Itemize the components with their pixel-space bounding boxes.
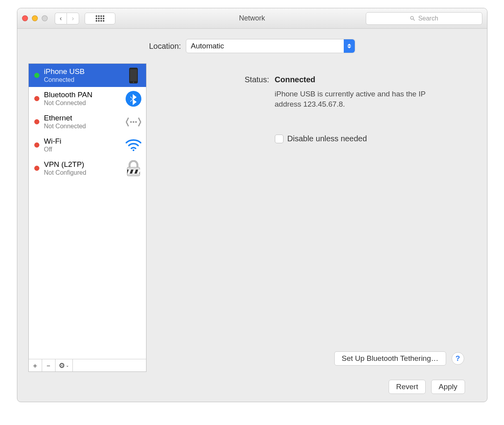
ethernet-icon (126, 114, 141, 130)
location-row: Location: Automatic (28, 39, 476, 53)
iphone-icon (126, 68, 141, 83)
svg-point-4 (130, 121, 132, 123)
titlebar: ‹ › Network Search (17, 8, 487, 29)
location-value: Automatic (191, 42, 224, 50)
service-name: iPhone USB (44, 67, 121, 76)
disable-label: Disable unless needed (287, 134, 367, 143)
updown-icon (344, 39, 355, 53)
chevron-left-icon: ‹ (60, 15, 62, 22)
service-status: Not Connected (44, 123, 121, 130)
service-vpn[interactable]: VPN (L2TP) Not Configured (29, 157, 146, 180)
location-label: Location: (149, 42, 181, 51)
service-detail-pane: Status: Connected iPhone USB is currentl… (155, 63, 476, 372)
minimize-window-button[interactable] (32, 15, 38, 21)
service-name: Bluetooth PAN (44, 91, 121, 99)
service-iphone-usb[interactable]: iPhone USB Connected (29, 64, 146, 87)
help-icon: ? (456, 354, 460, 363)
disable-unless-needed-row[interactable]: Disable unless needed (275, 134, 464, 143)
status-indicator-icon (34, 73, 39, 78)
gear-icon: ⚙︎ (59, 361, 65, 370)
revert-button[interactable]: Revert (389, 380, 426, 394)
chevron-down-icon: ⌄ (66, 363, 69, 368)
service-status: Not Connected (44, 100, 121, 107)
show-all-button[interactable] (85, 13, 115, 24)
wifi-icon (126, 137, 141, 153)
apply-button[interactable]: Apply (431, 380, 465, 394)
status-indicator-icon (34, 166, 39, 171)
plus-icon: ＋ (32, 361, 39, 370)
chevron-right-icon: › (72, 15, 74, 22)
fullscreen-window-button (42, 15, 48, 21)
service-name: VPN (L2TP) (44, 160, 121, 169)
service-status: Off (44, 146, 121, 153)
status-description: iPhone USB is currently active and has t… (275, 89, 440, 109)
sidebar-action-bar: ＋ － ⚙︎⌄ (29, 359, 146, 371)
services-sidebar: iPhone USB Connected Bluetooth PAN Not C… (28, 63, 146, 372)
service-actions-menu[interactable]: ⚙︎⌄ (56, 359, 73, 371)
footer-buttons: Revert Apply (28, 372, 476, 394)
network-preferences-window: ‹ › Network Search Location: Automatic (17, 8, 487, 402)
status-indicator-icon (34, 119, 39, 124)
lock-icon (126, 161, 141, 176)
add-service-button[interactable]: ＋ (29, 359, 42, 371)
remove-service-button[interactable]: － (42, 359, 56, 371)
service-ethernet[interactable]: Ethernet Not Connected (29, 110, 146, 133)
location-select[interactable]: Automatic (186, 39, 355, 53)
svg-point-7 (132, 149, 134, 151)
bluetooth-icon (126, 91, 141, 107)
svg-point-6 (135, 121, 137, 123)
service-bluetooth-pan[interactable]: Bluetooth PAN Not Connected (29, 87, 146, 110)
grid-icon (96, 15, 104, 22)
forward-button[interactable]: › (67, 13, 79, 24)
service-wifi[interactable]: Wi-Fi Off (29, 133, 146, 157)
status-value: Connected (275, 75, 315, 84)
status-indicator-icon (34, 96, 39, 101)
setup-tethering-button[interactable]: Set Up Bluetooth Tethering… (334, 351, 446, 366)
search-input[interactable]: Search (366, 12, 482, 25)
service-name: Ethernet (44, 114, 121, 122)
search-placeholder: Search (418, 15, 438, 22)
close-window-button[interactable] (22, 15, 28, 21)
service-name: Wi-Fi (44, 137, 121, 146)
status-indicator-icon (34, 142, 39, 148)
svg-point-5 (132, 121, 134, 123)
nav-buttons: ‹ › (55, 13, 79, 24)
service-status: Connected (44, 76, 121, 83)
help-button[interactable]: ? (452, 352, 464, 365)
minus-icon: － (45, 361, 52, 370)
search-icon (410, 15, 416, 22)
disable-checkbox[interactable] (275, 135, 284, 143)
back-button[interactable]: ‹ (55, 13, 67, 24)
status-label: Status: (171, 75, 269, 84)
window-controls (22, 15, 48, 21)
svg-rect-1 (130, 69, 137, 81)
service-status: Not Configured (44, 169, 121, 176)
svg-point-2 (133, 81, 134, 83)
